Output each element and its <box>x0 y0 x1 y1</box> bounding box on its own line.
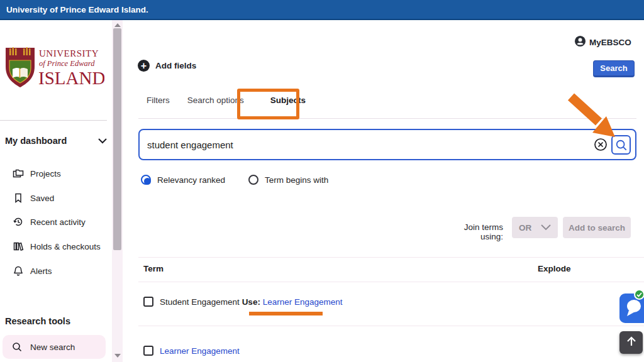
arrow-up-icon <box>625 335 638 350</box>
chevron-down-icon <box>541 223 551 233</box>
tab-subjects[interactable]: Subjects <box>270 96 306 105</box>
sidebar-item-holds-checkouts[interactable]: Holds & checkouts <box>0 238 111 255</box>
folder-icon <box>13 168 24 179</box>
row-checkbox[interactable] <box>143 346 153 356</box>
sidebar-item-label: Holds & checkouts <box>30 242 101 251</box>
join-operator-select[interactable]: OR <box>512 217 558 238</box>
add-to-search-label: Add to search <box>569 223 625 233</box>
join-terms-label: Join terms using: <box>439 222 503 241</box>
research-tools-heading: Research tools <box>5 316 70 326</box>
row-checkbox[interactable] <box>143 297 153 307</box>
scrollbar-down-arrow[interactable] <box>114 354 121 358</box>
sidebar-item-label: Projects <box>30 169 61 178</box>
svg-text:of Prince Edward: of Prince Edward <box>39 59 95 68</box>
account-button[interactable]: MyEBSCO <box>574 35 631 50</box>
sidebar-divider <box>0 120 107 121</box>
sidebar-item-projects[interactable]: Projects <box>0 165 111 182</box>
annotation-underline-link <box>249 312 323 315</box>
sidebar-my-dashboard[interactable]: My dashboard <box>5 133 107 148</box>
institution-title: University of Prince Edward Island. <box>6 5 148 14</box>
subject-search-input[interactable] <box>147 131 587 158</box>
table-top-divider <box>138 257 644 258</box>
add-fields-button[interactable]: + Add fields <box>138 60 196 72</box>
table-row: Student Engagement Use: Learner Engageme… <box>143 297 343 307</box>
tab-search-options[interactable]: Search options <box>187 96 244 105</box>
history-icon <box>13 216 24 228</box>
add-fields-label: Add fields <box>155 61 196 70</box>
term-label: Student Engagement <box>160 297 240 307</box>
use-term-link[interactable]: Learner Engagement <box>263 297 343 307</box>
operator-value: OR <box>519 223 531 233</box>
term-text: Learner Engagement <box>160 346 240 356</box>
sidebar-item-alerts[interactable]: Alerts <box>0 263 111 279</box>
svg-text:UNIVERSITY: UNIVERSITY <box>39 48 99 58</box>
scrollbar-thumb[interactable] <box>113 28 121 250</box>
radio-selected-icon <box>141 175 151 185</box>
tab-filters[interactable]: Filters <box>147 96 170 105</box>
bookmark-icon <box>13 192 24 204</box>
scroll-to-top-button[interactable] <box>619 331 643 354</box>
search-submit-button[interactable]: Search <box>593 60 635 77</box>
chat-online-badge <box>634 289 644 300</box>
use-label: Use: <box>242 297 260 307</box>
bell-icon <box>13 265 24 277</box>
books-icon <box>13 241 24 252</box>
radio-relevancy-ranked[interactable]: Relevancy ranked <box>141 175 225 185</box>
column-header-explode: Explode <box>538 264 571 273</box>
top-institution-bar: University of Prince Edward Island. <box>0 0 644 20</box>
upei-logo: UNIVERSITY of Prince Edward ISLAND <box>4 45 104 94</box>
radio-unselected-icon <box>248 175 258 185</box>
chevron-down-icon <box>98 135 107 146</box>
sidebar-item-saved[interactable]: Saved <box>0 190 111 206</box>
term-text: Student Engagement Use: Learner Engageme… <box>160 297 343 307</box>
magnifier-button[interactable] <box>611 135 631 155</box>
add-to-search-button[interactable]: Add to search <box>563 217 631 238</box>
term-link[interactable]: Learner Engagement <box>160 346 240 356</box>
sidebar-item-recent-activity[interactable]: Recent activity <box>0 214 111 230</box>
svg-text:ISLAND: ISLAND <box>38 68 104 88</box>
radio-label: Term begins with <box>265 175 328 185</box>
chat-button[interactable] <box>619 293 644 323</box>
radio-label: Relevancy ranked <box>157 175 225 185</box>
plus-circle-icon: + <box>138 60 150 72</box>
my-dashboard-label: My dashboard <box>5 136 67 146</box>
clear-search-icon[interactable] <box>594 138 608 151</box>
sidebar-item-label: Alerts <box>30 266 52 276</box>
table-header-divider <box>138 282 644 282</box>
ebsco-search-page: University of Prince Edward Island. UNIV… <box>0 0 644 362</box>
sidebar-item-new-search[interactable]: New search <box>3 335 106 359</box>
column-header-term: Term <box>143 264 164 273</box>
subject-search-box <box>138 129 636 160</box>
search-button-label: Search <box>600 63 627 73</box>
user-icon <box>574 35 586 50</box>
sidebar: UNIVERSITY of Prince Edward ISLAND My da… <box>0 20 112 362</box>
sidebar-item-label: New search <box>30 343 75 352</box>
sidebar-item-label: Saved <box>30 194 54 203</box>
radio-term-begins-with[interactable]: Term begins with <box>248 175 328 185</box>
table-row: Learner Engagement <box>143 346 240 356</box>
search-icon <box>11 341 23 353</box>
tab-underline <box>138 118 636 119</box>
scrollbar-up-arrow[interactable] <box>114 23 121 27</box>
sort-options: Relevancy ranked Term begins with <box>141 175 328 185</box>
sidebar-item-label: Recent activity <box>30 217 86 227</box>
sidebar-scrollbar[interactable] <box>112 20 123 362</box>
tab-bar: Filters Search options Subjects <box>147 96 306 105</box>
row-divider <box>138 326 644 326</box>
account-label: MyEBSCO <box>589 38 631 47</box>
